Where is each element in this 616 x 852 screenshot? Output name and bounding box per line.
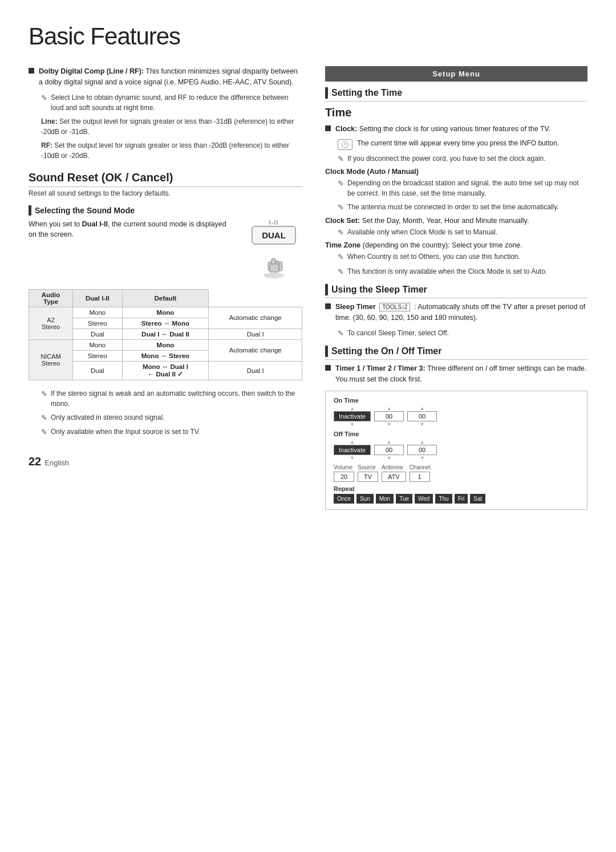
dual-desc-prefix: When you set to	[29, 220, 82, 228]
dual-i-ii-label: I-II	[245, 219, 302, 226]
wed-box: Wed	[415, 494, 433, 504]
pencil-icon: ✎	[41, 92, 47, 104]
on-off-timer-label: Setting the On / Off Timer	[331, 346, 442, 356]
pencil-icon: ✎	[41, 427, 47, 438]
nicam-mono-dual: Mono	[122, 339, 209, 350]
sound-reset-desc: Reset all sound settings to the factory …	[29, 189, 302, 197]
once-button: Once	[334, 494, 354, 504]
off-time-label: Off Time	[334, 431, 579, 437]
dolby-label: Dolby Digital Comp (Line / RF):	[39, 67, 144, 75]
stereo-type: Stereo	[73, 318, 122, 328]
page-title: Basic Features	[29, 23, 587, 50]
pencil-icon: ✎	[41, 388, 47, 400]
line-text: Set the output level for signals greater…	[41, 117, 294, 136]
sleep-timer-note-text: To cancel Sleep Timer, select Off.	[347, 328, 449, 338]
info-note: 🕐 The current time will appear every tim…	[338, 139, 587, 150]
off-time-row: Off Time ▲ Inactivate ▼ ▲ 00 ▼	[334, 431, 579, 461]
note-input-tv: ✎ Only available when the Input source i…	[41, 427, 302, 438]
channel-label: Channel	[410, 464, 431, 470]
pencil-icon: ✎	[338, 328, 344, 339]
dolby-bullet: Dolby Digital Comp (Line / RF): This fun…	[29, 66, 302, 88]
repeat-row: Repeat Once Sun Mon Tue Wed Thu Fri Sat	[334, 485, 579, 504]
note-stereo-weak-text: If the stereo signal is weak and an auto…	[51, 388, 302, 409]
time-zone-note2: ✎ This function is only available when t…	[338, 266, 587, 278]
svg-rect-3	[279, 262, 282, 271]
timer-diagram: On Time ▲ Inactivate ▼ ▲ 00 ▼	[325, 391, 587, 510]
time-zone-text: (depending on the country): Select your …	[363, 241, 522, 249]
clock-mode-note1-text: Depending on the broadcast station and s…	[347, 178, 587, 198]
nicam-dual-type: Dual	[73, 361, 122, 380]
pencil-icon: ✎	[338, 251, 344, 263]
note-line-block: Line: Set the output level for signals g…	[41, 116, 302, 137]
sound-reset-title: Sound Reset (OK / Cancel)	[29, 171, 302, 187]
a2-stereo-label: A2Stereo	[29, 307, 73, 339]
volume-source-row: Volume 20 Source TV Antenna ATV Channel …	[334, 464, 579, 482]
audio-table: AudioType Dual I-II Default A2Stereo Mon…	[29, 289, 302, 380]
on-time-inactive: Inactivate	[334, 411, 371, 421]
section-bar-icon	[325, 284, 328, 295]
thu-box: Thu	[435, 494, 452, 504]
hand-icon	[257, 248, 291, 279]
dual-text: When you set to Dual I-II, the current s…	[29, 219, 234, 241]
time-title: Time	[325, 106, 587, 119]
automatic-change-1: Automatic change	[209, 307, 302, 328]
bullet-icon	[325, 303, 331, 309]
pencil-icon: ✎	[338, 178, 344, 189]
nicam-mono-type: Mono	[73, 339, 122, 350]
clock-bullet: Clock: Setting the clock is for using va…	[325, 124, 587, 135]
page-language: English	[44, 459, 69, 467]
automatic-change-2: Automatic change	[209, 339, 302, 361]
sat-box: Sat	[470, 494, 485, 504]
tue-box: Tue	[396, 494, 412, 504]
on-time-label: On Time	[334, 397, 579, 404]
clock-set-text: Set the Day, Month, Year, Hour and Minut…	[362, 217, 529, 225]
sleep-timer-title: Using the Sleep Timer	[325, 284, 587, 298]
channel-cell: Channel 1	[410, 464, 431, 482]
repeat-label: Repeat	[334, 485, 579, 492]
off-time-inactive: Inactivate	[334, 445, 371, 455]
clock-mode-note2: ✎ The antenna must be connected in order…	[338, 202, 587, 213]
fri-box: Fri	[455, 494, 468, 504]
volume-label: Volume	[334, 464, 352, 470]
clock-text: Setting the clock is for using various t…	[359, 125, 551, 133]
on-time-min: 00	[407, 411, 437, 421]
dual-type: Dual	[73, 328, 122, 339]
setting-the-time-label: Setting the Time	[331, 88, 402, 98]
clock-mode-label: Clock Mode (Auto / Manual)	[325, 168, 587, 176]
note-stereo-only: ✎ Only activated in stereo sound signal.	[41, 412, 302, 424]
info-icon: 🕐	[338, 139, 352, 150]
dual-image: I-II DUAL	[245, 219, 302, 281]
on-off-timer-title: Setting the On / Off Timer	[325, 346, 587, 360]
source-cell: Source TV	[358, 464, 378, 482]
note-stereo-only-text: Only activated in stereo sound signal.	[51, 412, 164, 423]
disconnect-note: ✎ If you disconnect the power cord, you …	[338, 153, 587, 165]
antenna-value: ATV	[382, 472, 406, 482]
audio-col-default: Default	[122, 289, 209, 307]
timer-bullet: Timer 1 / Timer 2 / Timer 3: Three diffe…	[325, 363, 587, 385]
nicam-stereo-dual: Mono ↔ Stereo	[122, 350, 209, 361]
nicam-label: NICAMStereo	[29, 339, 73, 380]
volume-cell: Volume 20	[334, 464, 354, 482]
timer-bold: Timer 1 / Timer 2 / Timer 3:	[335, 364, 425, 372]
bullet-icon	[29, 68, 34, 74]
note-line-rf-text: Select Line to obtain dynamic sound, and…	[51, 92, 302, 113]
volume-value: 20	[334, 472, 354, 482]
mono-dual: Mono	[122, 307, 209, 318]
dual-dual: Dual I ↔ Dual II	[122, 328, 209, 339]
table-row: NICAMStereo Mono Mono Automatic change	[29, 339, 302, 350]
on-time-hour: 00	[374, 411, 404, 421]
rf-text: Set the output level for signals greater…	[41, 141, 289, 160]
channel-value: 1	[410, 472, 430, 482]
sleep-timer-bullet: Sleep Timer TOOLS♪2 : Automatically shut…	[325, 302, 587, 323]
antenna-label: Antenna	[382, 464, 403, 470]
tools-icon: TOOLS♪2	[379, 303, 410, 311]
off-time-hour: 00	[374, 445, 404, 455]
svg-rect-5	[270, 264, 279, 272]
bullet-icon	[325, 125, 331, 131]
setting-the-time-title: Setting the Time	[325, 87, 587, 102]
mon-box: Mon	[376, 494, 394, 504]
sound-mode-section-title: Selecting the Sound Mode	[29, 205, 302, 216]
page-number: 22English	[29, 455, 302, 468]
time-zone-line: Time Zone (depending on the country): Se…	[325, 241, 587, 249]
on-time-fields: ▲ Inactivate ▼ ▲ 00 ▼ ▲ 00 ▼	[334, 405, 579, 427]
